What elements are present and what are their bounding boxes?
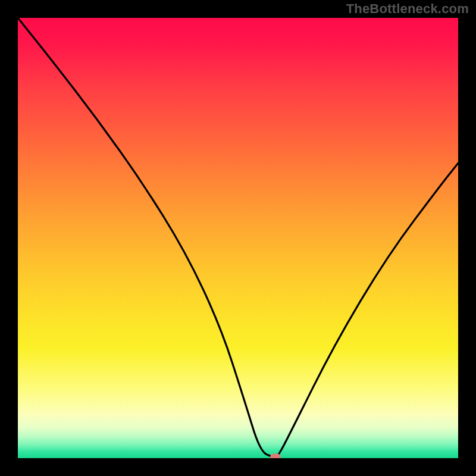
plot-area [18, 18, 458, 458]
bottleneck-curve-svg [18, 18, 458, 458]
optimal-point-marker [270, 453, 281, 458]
bottleneck-curve-path [18, 18, 458, 458]
watermark-text: TheBottleneck.com [346, 1, 469, 17]
chart-frame: TheBottleneck.com [0, 0, 476, 476]
